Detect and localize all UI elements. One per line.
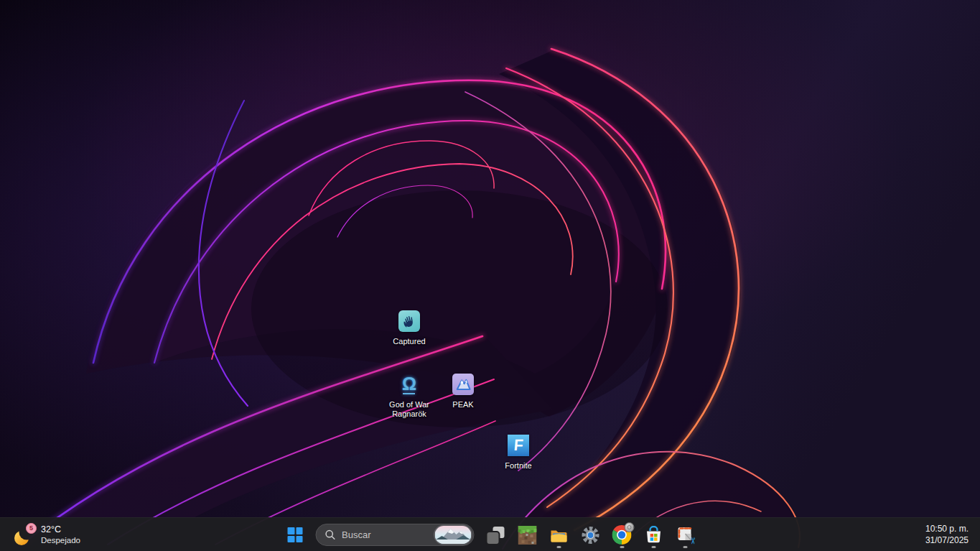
start-button[interactable] [281, 521, 309, 550]
desktop-icon-label: Captured [393, 337, 425, 346]
hand-icon [398, 310, 420, 332]
file-explorer-button[interactable] [544, 521, 573, 550]
mountain-icon [452, 374, 474, 395]
weather-widget[interactable]: 5 32°C Despejado [7, 518, 86, 551]
desktop: Captured Ω God of War Ragnarök PEAK F Fo… [0, 0, 980, 551]
desktop-icon-captured[interactable]: Captured [382, 309, 437, 346]
store-bag-icon [644, 526, 663, 545]
fortnite-f-icon: F [508, 435, 529, 456]
chrome-button[interactable] [607, 521, 636, 550]
taskbar-center: Buscar [281, 518, 699, 551]
minecraft-button[interactable] [513, 521, 541, 550]
snipping-tool-button[interactable]: ✂ [671, 521, 699, 550]
mountain-landscape-icon[interactable] [434, 526, 471, 544]
search-icon [325, 529, 335, 540]
weather-condition: Despejado [41, 535, 80, 545]
desktop-icon-god-of-war[interactable]: Ω God of War Ragnarök [382, 372, 437, 419]
folder-icon [549, 526, 568, 545]
clock-time: 10:50 p. m. [925, 524, 969, 535]
desktop-icon-peak[interactable]: PEAK [436, 372, 490, 409]
chrome-profile-badge-icon [625, 522, 635, 532]
settings-button[interactable] [576, 521, 605, 550]
minecraft-grass-block-icon [518, 526, 536, 545]
task-view-button[interactable] [481, 521, 510, 550]
omega-icon: Ω [402, 375, 416, 394]
search-box[interactable]: Buscar [315, 524, 474, 546]
weather-temperature: 32°C [41, 524, 80, 535]
desktop-icon-label: God of War Ragnarök [389, 400, 429, 419]
snipping-scissors-icon: ✂ [676, 526, 694, 545]
gear-icon [581, 526, 599, 545]
task-view-icon [487, 527, 504, 544]
clock-date: 31/07/2025 [925, 535, 969, 547]
desktop-icon-fortnite[interactable]: F Fortnite [491, 433, 546, 471]
crescent-moon-icon: 5 [13, 522, 34, 548]
microsoft-store-button[interactable] [639, 521, 668, 550]
clock[interactable]: 10:50 p. m. 31/07/2025 [925, 518, 969, 551]
desktop-icon-label: Fortnite [505, 461, 531, 471]
search-placeholder: Buscar [342, 529, 434, 540]
taskbar: 5 32°C Despejado Buscar [0, 517, 980, 551]
wallpaper [0, 0, 980, 551]
windows-logo-icon [288, 527, 303, 542]
weather-alert-badge: 5 [26, 523, 37, 534]
desktop-icon-label: PEAK [452, 400, 473, 409]
